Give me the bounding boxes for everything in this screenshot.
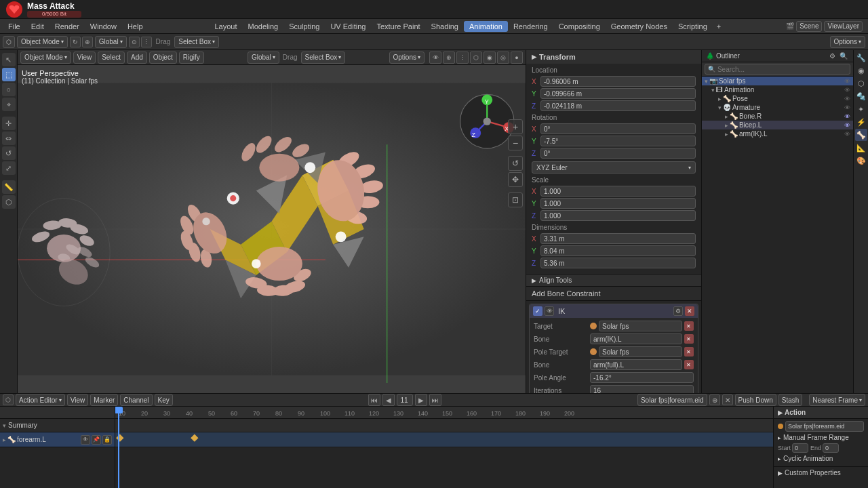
vp-options-btn[interactable]: Options▾ [389,52,425,64]
tool-add[interactable]: ⬡ [2,195,16,209]
ik-eye[interactable]: 👁 [545,306,554,316]
tool-cursor[interactable]: ↖ [2,53,16,66]
rp-tab-constraints[interactable]: 🦴 [855,129,867,141]
menu-item-file[interactable]: File [3,21,26,32]
workspace-texture[interactable]: Texture Paint [371,21,425,32]
rotation-y[interactable]: -7.5° [540,136,696,146]
dimensions-y[interactable]: 8.04 m [540,245,696,256]
workspace-geometry[interactable]: Geometry Nodes [606,21,673,32]
tl-action-editor[interactable]: Action Editor▾ [16,394,65,406]
workspace-sculpting[interactable]: Sculpting [283,21,325,32]
vp-shading-wire[interactable]: ⬡ [470,52,482,64]
tl-icon-btn[interactable]: ⬡ [3,394,14,405]
menu-item-window[interactable]: Window [85,21,122,32]
tool-cursor2[interactable]: ✛ [2,117,16,130]
target-value[interactable]: Solar fps [599,321,682,331]
tl-forearm-lock[interactable]: 🔒 [102,435,112,445]
rp-tab-material[interactable]: 🎨 [855,155,867,167]
bone-value-ik[interactable]: arm(IK).L [590,333,682,344]
tl-frame-next[interactable]: ▶ [415,394,427,406]
tl-forearm-pin[interactable]: 📌 [92,435,101,445]
viewport-3d[interactable]: User Perspective (11) Collection | Solar… [18,65,526,393]
transform-header[interactable]: ▶ Transform [526,50,701,64]
tl-stash[interactable]: Stash [778,394,803,406]
vp-object-mode[interactable]: Object Mode▾ [20,52,71,64]
tl-jump-end[interactable]: ⏭ [429,394,441,406]
vp-select-box2[interactable]: Select Box▾ [301,52,346,64]
iterations-value[interactable]: 16 [590,385,694,393]
vp-shading-mat[interactable]: ◎ [497,52,509,64]
align-tools-section[interactable]: ▶ Align Tools [526,274,701,286]
target-clear[interactable]: ✕ [684,321,694,331]
workspace-layout[interactable]: Layout [209,21,242,32]
workspace-scripting[interactable]: Scripting [673,21,713,32]
bone-clear-ik[interactable]: ✕ [684,334,694,344]
workspace-uv[interactable]: UV Editing [325,21,371,32]
pole-bone-value[interactable]: arm(full).L [590,359,682,370]
toolbar-object-mode[interactable]: Object Mode▾ [17,36,68,48]
workspace-modeling[interactable]: Modeling [243,21,284,32]
outliner-item-pose[interactable]: ▸ 🦴 Pose 👁 [702,94,853,103]
outliner-item-anim[interactable]: ▾ 🎞 Animation 👁 [702,85,853,94]
toolbar-icon2[interactable]: ⊕ [82,37,93,47]
menu-item-help[interactable]: Help [122,21,149,32]
action-end-value[interactable]: 0 [823,443,839,453]
outliner-search-bar[interactable]: 🔍 [702,62,853,77]
tl-key-btn[interactable]: Key [155,394,173,406]
rp-tab-particles[interactable]: ✦ [855,103,867,115]
vp-nav-orbit[interactable]: ↺ [508,156,523,171]
action-name-field[interactable]: Solar fps|forearm.eid [785,421,864,432]
tl-marker-btn[interactable]: Marker [90,394,118,406]
scale-y[interactable]: 1.000 [540,198,696,209]
ik-close[interactable]: ✕ [685,306,694,316]
location-y[interactable]: -0.099666 m [540,88,696,99]
tl-current-frame[interactable]: 11 [397,394,413,406]
vp-object-btn[interactable]: Object [149,52,177,64]
vp-shading-solid[interactable]: ◉ [484,52,496,64]
action-panel-header[interactable]: ▶ Action [774,407,868,419]
tl-forearm-mute[interactable]: 👁 [81,435,90,445]
tl-unlink[interactable]: ✕ [722,394,733,405]
tool-select-lasso[interactable]: ⌖ [2,98,16,111]
rotation-x[interactable]: 0° [540,123,696,134]
toolbar-snap[interactable]: ⋮ [141,37,152,47]
workspace-animation[interactable]: Animation [464,21,508,32]
tool-move[interactable]: ⇔ [2,131,16,145]
vp-view-btn[interactable]: View [73,52,96,64]
rp-tab-modifier[interactable]: 🔩 [855,90,867,102]
tool-scale[interactable]: ⤢ [2,161,16,175]
vp-select-btn[interactable]: Select [98,52,125,64]
scale-x[interactable]: 1.000 [540,186,696,197]
vp-overlay-btn[interactable]: 👁 [429,52,441,64]
tl-jump-start[interactable]: ⏮ [368,394,380,406]
rp-tab-scene[interactable]: 🔧 [855,52,867,64]
toolbar-object-btn[interactable]: ⬡ [3,36,15,48]
toolbar-pivot[interactable]: ⊙ [129,37,140,47]
outliner-item-bicep-l[interactable]: ▸ 🦴 Bicep.L 👁 [702,121,853,129]
pole-target-value[interactable]: Solar fps [599,346,682,357]
vp-add-btn[interactable]: Add [127,52,147,64]
scale-z[interactable]: 1.000 [540,210,696,221]
outliner-item-bone-r[interactable]: ▸ 🦴 Bone.R 👁 [702,112,853,121]
ik-toggle[interactable]: ✓ [533,306,542,316]
dimensions-x[interactable]: 3.31 m [540,233,696,244]
tl-new-action[interactable]: ⊕ [709,394,720,405]
outliner-item-solar[interactable]: ▾ 📷 Solar fps 👁 [702,77,853,85]
toolbar-select-box[interactable]: Select Box▾ [174,36,219,48]
outliner-filter-btn[interactable]: ⚙ [828,52,837,60]
vp-nav-view[interactable]: ⊡ [508,192,523,207]
ik-settings[interactable]: ⚙ [673,306,683,316]
rp-tab-mesh[interactable]: ⬡ [855,77,867,89]
pole-bone-clear[interactable]: ✕ [684,360,694,369]
tool-measure[interactable]: 📏 [2,180,16,194]
rp-tab-physics[interactable]: ⚡ [855,116,867,128]
tl-push-down[interactable]: Push Down [735,394,776,406]
vp-rigify-btn[interactable]: Rigify [179,52,204,64]
vp-snap-btn[interactable]: ⋮ [456,52,469,64]
pole-angle-value[interactable]: -16.2° [590,372,694,383]
scene-selector[interactable]: Scene [796,21,822,32]
location-z[interactable]: -0.024118 m [540,100,696,111]
viewlayer-selector[interactable]: ViewLayer [824,21,863,32]
keyframe-1[interactable] [116,434,123,441]
tl-track-summary[interactable]: ▾ Summary [0,419,115,432]
